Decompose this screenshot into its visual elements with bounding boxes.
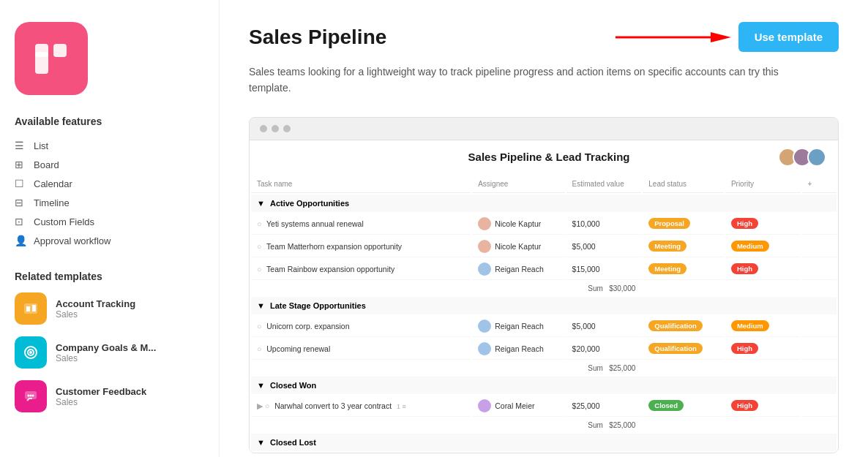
table-row: ○ Team Matterhorn expansion opportunity … bbox=[251, 236, 837, 257]
window-dot-1 bbox=[260, 125, 267, 132]
features-title: Available features bbox=[15, 116, 204, 127]
col-priority: Priority bbox=[725, 175, 801, 193]
status-badge: Qualification bbox=[648, 343, 703, 354]
feature-calendar-label: Calendar bbox=[34, 178, 72, 189]
sum-row-closed-won: Sum $25,000 bbox=[251, 418, 837, 432]
assignee-name: Nicole Kaptur bbox=[495, 219, 541, 228]
priority-badge: Medium bbox=[731, 241, 769, 252]
company-goals-icon bbox=[15, 336, 47, 369]
feature-list-label: List bbox=[34, 140, 48, 151]
section-active[interactable]: ▼ Active Opportunities bbox=[251, 194, 837, 212]
col-add[interactable]: + bbox=[802, 175, 837, 193]
section-closed-lost[interactable]: ▼ Closed Lost bbox=[251, 434, 837, 451]
col-task-name: Task name bbox=[251, 175, 471, 193]
priority-badge: High bbox=[731, 400, 758, 411]
task-label: Team Matterhorn expansion opportunity bbox=[266, 242, 402, 251]
section-closed-won[interactable]: ▼ Closed Won bbox=[251, 377, 837, 394]
task-name: ○ Upcoming renewal bbox=[251, 339, 471, 360]
red-arrow bbox=[616, 26, 733, 48]
customer-feedback-text: Customer Feedback Sales bbox=[56, 386, 146, 407]
feature-calendar[interactable]: ☐ Calendar bbox=[15, 174, 204, 193]
value-cell: $20,000 bbox=[566, 339, 642, 360]
sum-late: Sum $25,000 bbox=[566, 361, 642, 375]
use-template-button[interactable]: Use template bbox=[738, 22, 839, 52]
section-toggle: ▼ bbox=[257, 301, 265, 310]
related-title: Related templates bbox=[15, 271, 204, 282]
status-cell: Proposal bbox=[643, 214, 724, 235]
account-tracking-text: Account Tracking Sales bbox=[56, 298, 135, 320]
section-toggle: ▼ bbox=[257, 199, 265, 208]
avatar-group bbox=[778, 148, 826, 167]
page-title: Sales Pipeline bbox=[249, 26, 386, 49]
section-late-stage[interactable]: ▼ Late Stage Opportunities bbox=[251, 297, 837, 314]
board-icon: ⊞ bbox=[15, 159, 28, 170]
avatar-3 bbox=[807, 148, 826, 167]
task-label: Team Rainbow expansion opportunity bbox=[266, 265, 394, 273]
assignee-avatar bbox=[478, 263, 491, 276]
customer-feedback-icon bbox=[15, 380, 47, 412]
section-closed-won-label: Closed Won bbox=[270, 381, 316, 390]
sum-closed-won: Sum $25,000 bbox=[566, 418, 642, 432]
assignee-avatar bbox=[478, 320, 491, 333]
assignee-cell: Coral Meier bbox=[472, 396, 564, 417]
task-label: Upcoming renewal bbox=[266, 344, 330, 353]
feature-board[interactable]: ⊞ Board bbox=[15, 155, 204, 174]
customer-feedback-name: Customer Feedback bbox=[56, 386, 146, 397]
assignee-avatar bbox=[478, 342, 491, 355]
priority-cell: High bbox=[725, 339, 801, 360]
assignee-cell: Reigan Reach bbox=[472, 339, 564, 360]
task-name: ▶ ○ Narwhal convert to 3 year contract 1… bbox=[251, 396, 471, 417]
table-row: ○ Unicorn corp. expansion Reigan Reach $… bbox=[251, 316, 837, 337]
account-tracking-name: Account Tracking bbox=[56, 298, 135, 309]
sum-row-late: Sum $25,000 bbox=[251, 361, 837, 375]
feature-custom-fields[interactable]: ⊡ Custom Fields bbox=[15, 212, 204, 231]
section-closed-lost-label: Closed Lost bbox=[270, 438, 316, 447]
preview-header: Sales Pipeline & Lead Tracking bbox=[250, 140, 838, 174]
status-cell: Closed bbox=[643, 396, 724, 417]
priority-badge: Medium bbox=[731, 320, 769, 331]
task-name: ○ Team Matterhorn expansion opportunity bbox=[251, 236, 471, 257]
status-badge: Proposal bbox=[648, 218, 690, 229]
customer-feedback-category: Sales bbox=[56, 397, 146, 407]
value-cell: $15,000 bbox=[566, 259, 642, 280]
assignee-name: Nicole Kaptur bbox=[495, 242, 541, 251]
task-label: Narwhal convert to 3 year contract bbox=[274, 401, 392, 410]
calendar-icon: ☐ bbox=[15, 178, 28, 189]
svg-rect-2 bbox=[32, 305, 36, 311]
status-cell: Qualification bbox=[643, 339, 724, 360]
approval-icon: 👤 bbox=[15, 235, 28, 246]
status-badge: Meeting bbox=[648, 241, 686, 252]
status-cell: Meeting bbox=[643, 259, 724, 280]
assignee-cell: Nicole Kaptur bbox=[472, 214, 564, 235]
related-account-tracking[interactable]: Account Tracking Sales bbox=[15, 292, 204, 325]
features-list: ☰ List ⊞ Board ☐ Calendar ⊟ Timeline ⊡ C… bbox=[15, 136, 204, 250]
related-customer-feedback[interactable]: Customer Feedback Sales bbox=[15, 380, 204, 412]
related-company-goals[interactable]: Company Goals & M... Sales bbox=[15, 336, 204, 369]
main-content: Sales Pipeline Use template Sales teams … bbox=[220, 0, 868, 457]
feature-list[interactable]: ☰ List bbox=[15, 136, 204, 155]
priority-cell: High bbox=[725, 259, 801, 280]
account-tracking-icon bbox=[15, 292, 47, 325]
section-toggle: ▼ bbox=[257, 381, 265, 390]
assignee-cell: Reigan Reach bbox=[472, 316, 564, 337]
preview-window: Sales Pipeline & Lead Tracking Task name… bbox=[249, 117, 839, 453]
sum-row-active: Sum $30,000 bbox=[251, 282, 837, 295]
assignee-name: Coral Meier bbox=[495, 401, 534, 410]
sidebar: Available features ☰ List ⊞ Board ☐ Cale… bbox=[0, 0, 220, 457]
col-assignee: Assignee bbox=[472, 175, 564, 193]
assignee-avatar bbox=[478, 240, 491, 253]
feature-timeline[interactable]: ⊟ Timeline bbox=[15, 193, 204, 212]
assignee-cell: Reigan Reach bbox=[472, 259, 564, 280]
table-row: ○ Upcoming renewal Reigan Reach $20,000 … bbox=[251, 339, 837, 360]
feature-custom-fields-label: Custom Fields bbox=[34, 216, 94, 227]
feature-approval[interactable]: 👤 Approval workflow bbox=[15, 231, 204, 250]
timeline-icon: ⊟ bbox=[15, 197, 28, 208]
window-dot-2 bbox=[272, 125, 279, 132]
preview-table-title: Sales Pipeline & Lead Tracking bbox=[320, 151, 778, 163]
task-name: ○ Team Rainbow expansion opportunity bbox=[251, 259, 471, 280]
svg-point-8 bbox=[30, 395, 32, 397]
status-badge: Closed bbox=[648, 400, 684, 411]
list-icon: ☰ bbox=[15, 140, 28, 151]
section-late-label: Late Stage Opportunities bbox=[270, 301, 366, 310]
preview-table: Task name Assignee Estimated value Lead … bbox=[250, 174, 838, 453]
